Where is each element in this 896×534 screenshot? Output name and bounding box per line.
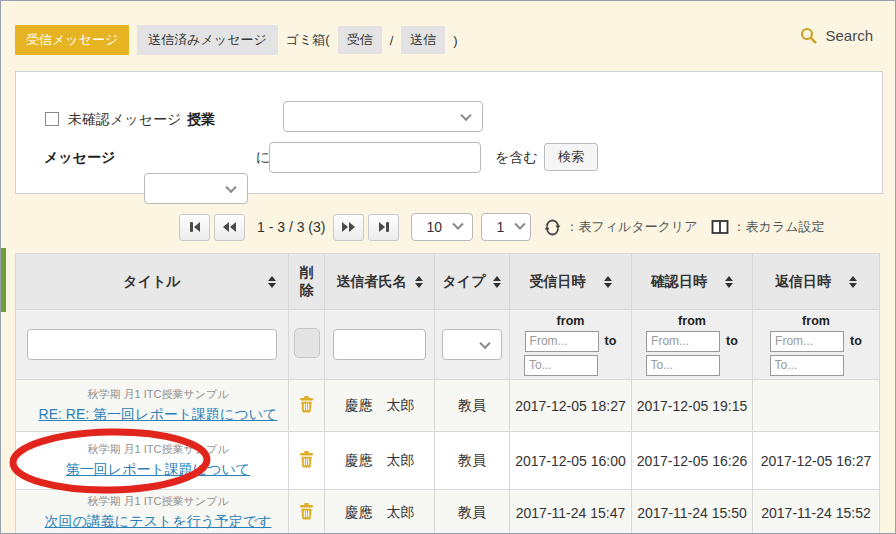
type-cell: 教員 (435, 490, 510, 534)
tab-trash-received[interactable]: 受信 (338, 26, 382, 54)
filter-clear-tool[interactable]: ：表フィルタークリア (544, 218, 697, 236)
next-page-button[interactable] (333, 214, 364, 241)
col-header-sender[interactable]: 送信者氏名 (325, 254, 435, 310)
from-label: from (802, 314, 830, 328)
received-from-input[interactable] (525, 331, 599, 352)
contains-label: を含む (495, 149, 538, 167)
delete-cell[interactable] (289, 380, 325, 432)
page-number-dropdown[interactable]: 1 (481, 213, 531, 241)
chevron-down-icon (452, 219, 463, 230)
message-keyword-input[interactable] (269, 142, 481, 173)
table-row: 秋学期 月1 ITC授業サンプル RE: RE: 第一回レポート課題について (16, 380, 880, 432)
to-label: to (726, 334, 738, 348)
received-cell: 2017-12-05 18:27 (510, 380, 632, 432)
message-title-link[interactable]: RE: RE: 第一回レポート課題について (39, 406, 278, 422)
from-label: from (678, 314, 706, 328)
class-dropdown[interactable] (283, 101, 483, 132)
last-page-button[interactable] (368, 214, 399, 241)
sender-cell: 慶應 太郎 (325, 490, 435, 534)
chevron-down-icon (460, 109, 471, 120)
confirmed-cell: 2017-11-24 15:50 (632, 490, 753, 534)
confirmed-to-input[interactable] (646, 355, 720, 376)
col-header-title[interactable]: タイトル (16, 254, 289, 310)
from-label: from (557, 314, 585, 328)
tab-bar: 受信メッセージ 送信済みメッセージ ゴミ箱( 受信 / 送信 ) (15, 25, 881, 55)
type-cell: 教員 (435, 380, 510, 432)
trash-icon[interactable] (299, 503, 314, 520)
course-label: 秋学期 月1 ITC授業サンプル (28, 494, 288, 509)
chevron-down-icon (479, 337, 490, 348)
message-table: タイトル 削 除 送信者氏名 タイプ 受信日時 (15, 253, 880, 534)
search-link[interactable]: Search (800, 27, 873, 44)
chevron-down-icon (225, 181, 236, 192)
sort-icon[interactable] (725, 276, 733, 288)
first-page-button[interactable] (179, 214, 210, 241)
message-title-link[interactable]: 次回の講義にテストを行う予定です (45, 513, 272, 529)
page-size-dropdown[interactable]: 10 (411, 213, 473, 241)
confirmed-cell: 2017-12-05 16:26 (632, 432, 753, 490)
sort-icon[interactable] (493, 276, 501, 288)
filter-row: from to from to from to (16, 310, 880, 380)
tab-sent-messages[interactable]: 送信済みメッセージ (137, 25, 278, 55)
delete-cell[interactable] (289, 432, 325, 490)
confirmed-from-input[interactable] (646, 331, 720, 352)
filter-clear-label: ：表フィルタークリア (565, 218, 697, 236)
trash-label-suffix: ) (453, 33, 457, 48)
message-field-label: メッセージ (44, 149, 115, 167)
tab-received-messages[interactable]: 受信メッセージ (15, 25, 129, 55)
col-header-type[interactable]: タイプ (435, 254, 510, 310)
message-inbox-page: 受信メッセージ 送信済みメッセージ ゴミ箱( 受信 / 送信 ) Search … (0, 0, 896, 534)
sender-filter-input[interactable] (333, 329, 427, 360)
search-button[interactable]: 検索 (544, 143, 598, 171)
trash-icon[interactable] (299, 451, 314, 468)
to-label: to (850, 334, 862, 348)
filter-panel: 未確認メッセージ 授業 メッセージ に を含む 検索 (15, 71, 883, 194)
class-label: 授業 (187, 111, 215, 129)
confirmed-cell: 2017-12-05 19:15 (632, 380, 753, 432)
replied-cell (753, 380, 880, 432)
received-cell: 2017-12-05 16:00 (510, 432, 632, 490)
table-row: 秋学期 月1 ITC授業サンプル 次回の講義にテストを行う予定です (16, 490, 880, 534)
column-settings-tool[interactable]: ：表カラム設定 (711, 218, 825, 236)
replied-from-input[interactable] (770, 331, 844, 352)
col-header-confirmed[interactable]: 確認日時 (632, 254, 753, 310)
col-header-delete: 削 除 (289, 254, 325, 310)
to-label: to (605, 334, 617, 348)
table-columns-icon (711, 219, 729, 235)
col-header-received[interactable]: 受信日時 (510, 254, 632, 310)
message-title-link[interactable]: 第一回レポート課題について (66, 461, 250, 477)
received-cell: 2017-11-24 15:47 (510, 490, 632, 534)
tab-trash-sent[interactable]: 送信 (401, 26, 445, 54)
message-field-dropdown[interactable] (144, 173, 248, 204)
prev-page-button[interactable] (214, 214, 245, 241)
replied-cell: 2017-12-05 16:27 (753, 432, 880, 490)
sender-cell: 慶應 太郎 (325, 380, 435, 432)
unconfirmed-checkbox[interactable] (45, 112, 59, 126)
received-to-input[interactable] (524, 355, 598, 376)
search-label: Search (825, 27, 873, 44)
replied-cell: 2017-11-24 15:52 (753, 490, 880, 534)
delete-cell[interactable] (289, 490, 325, 534)
chevron-down-icon (515, 219, 526, 230)
col-header-replied[interactable]: 返信日時 (753, 254, 880, 310)
sort-icon[interactable] (268, 276, 276, 288)
course-label: 秋学期 月1 ITC授業サンプル (28, 387, 288, 402)
left-edge-green-strip (1, 248, 6, 312)
refresh-icon (544, 219, 561, 236)
delete-filter-button[interactable] (294, 328, 320, 358)
unconfirmed-label: 未確認メッセージ (68, 111, 181, 129)
trash-slash: / (390, 33, 394, 48)
type-filter-dropdown[interactable] (442, 329, 502, 360)
column-settings-label: ：表カラム設定 (733, 218, 825, 236)
trash-label-prefix: ゴミ箱( (286, 31, 330, 49)
header-row: タイトル 削 除 送信者氏名 タイプ 受信日時 (16, 254, 880, 310)
sort-icon[interactable] (604, 276, 612, 288)
search-icon (800, 27, 817, 44)
sender-cell: 慶應 太郎 (325, 432, 435, 490)
replied-to-input[interactable] (770, 355, 844, 376)
page-range-text: 1 - 3 / 3 (3) (257, 219, 325, 235)
sort-icon[interactable] (849, 276, 857, 288)
sort-icon[interactable] (415, 276, 423, 288)
trash-icon[interactable] (299, 396, 314, 413)
title-filter-input[interactable] (27, 329, 277, 360)
